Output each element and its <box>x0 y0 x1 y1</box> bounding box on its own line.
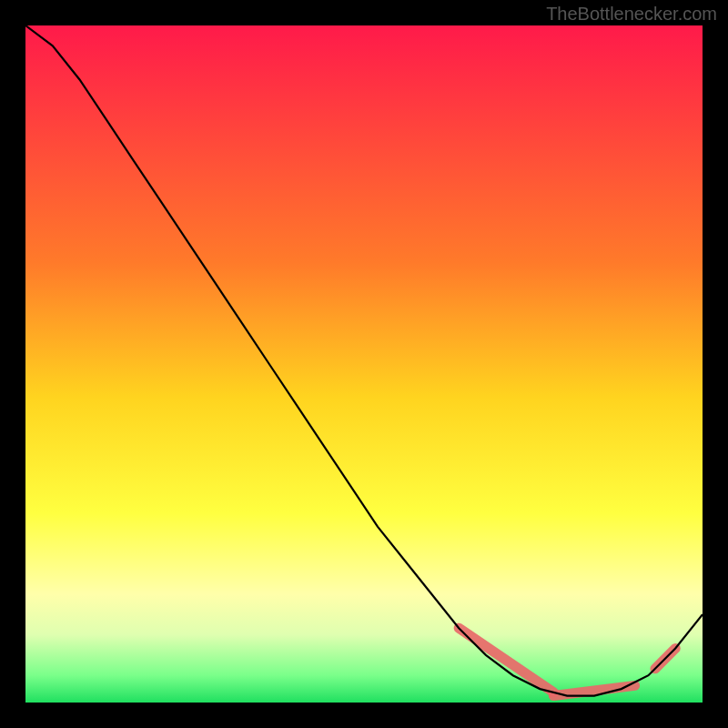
watermark-text: TheBottlenecker.com <box>546 4 717 25</box>
plot-area <box>25 25 703 703</box>
chart-container: TheBottlenecker.com <box>0 0 728 728</box>
chart-svg <box>25 25 703 703</box>
gradient-background <box>25 25 703 703</box>
